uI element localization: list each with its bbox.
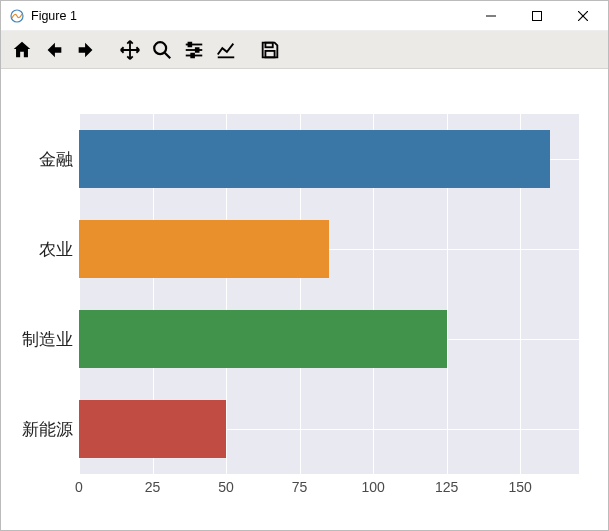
- x-tick-label: 150: [508, 479, 531, 495]
- window-titlebar: Figure 1: [1, 1, 608, 31]
- x-tick-label: 0: [75, 479, 83, 495]
- bar: [79, 130, 550, 188]
- x-tick-label: 75: [292, 479, 308, 495]
- svg-rect-12: [191, 53, 194, 57]
- y-tick-label: 新能源: [3, 418, 73, 441]
- y-tick-label: 金融: [3, 148, 73, 171]
- home-button[interactable]: [7, 35, 37, 65]
- maximize-button[interactable]: [514, 1, 560, 31]
- svg-rect-10: [189, 42, 192, 46]
- x-tick-label: 25: [145, 479, 161, 495]
- plot-area: [79, 114, 579, 474]
- back-button[interactable]: [39, 35, 69, 65]
- bar: [79, 220, 329, 278]
- figure-canvas[interactable]: 0255075100125150 金融农业制造业新能源: [1, 69, 608, 530]
- zoom-button[interactable]: [147, 35, 177, 65]
- minimize-button[interactable]: [468, 1, 514, 31]
- bar: [79, 310, 447, 368]
- close-button[interactable]: [560, 1, 606, 31]
- pan-button[interactable]: [115, 35, 145, 65]
- bar: [79, 400, 226, 458]
- x-tick-label: 50: [218, 479, 234, 495]
- svg-rect-2: [533, 11, 542, 20]
- forward-button[interactable]: [71, 35, 101, 65]
- app-icon: [9, 8, 25, 24]
- save-button[interactable]: [255, 35, 285, 65]
- svg-rect-14: [265, 42, 272, 47]
- svg-rect-15: [265, 50, 274, 56]
- edit-axis-button[interactable]: [211, 35, 241, 65]
- x-tick-label: 100: [361, 479, 384, 495]
- y-tick-label: 制造业: [3, 328, 73, 351]
- y-tick-label: 农业: [3, 238, 73, 261]
- toolbar: [1, 31, 608, 69]
- svg-line-6: [165, 52, 171, 58]
- x-tick-label: 125: [435, 479, 458, 495]
- svg-rect-11: [196, 48, 199, 52]
- configure-button[interactable]: [179, 35, 209, 65]
- svg-point-5: [154, 42, 166, 54]
- window-title: Figure 1: [31, 9, 468, 23]
